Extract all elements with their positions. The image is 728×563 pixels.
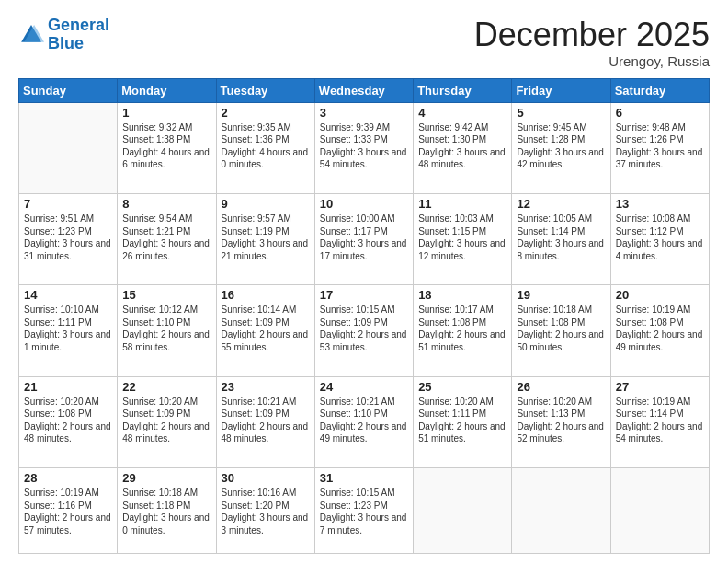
calendar-cell bbox=[512, 468, 610, 554]
day-info: Sunrise: 10:17 AMSunset: 1:08 PMDaylight… bbox=[418, 304, 506, 353]
calendar-cell: 14Sunrise: 10:10 AMSunset: 1:11 PMDaylig… bbox=[19, 285, 118, 376]
day-number: 30 bbox=[222, 471, 310, 485]
calendar-cell: 30Sunrise: 10:16 AMSunset: 1:20 PMDaylig… bbox=[216, 468, 314, 554]
day-number: 19 bbox=[517, 288, 605, 302]
logo: General Blue bbox=[18, 17, 109, 53]
day-number: 25 bbox=[418, 380, 506, 394]
day-info: Sunrise: 9:39 AMSunset: 1:33 PMDaylight:… bbox=[320, 121, 408, 171]
calendar-cell: 25Sunrise: 10:20 AMSunset: 1:11 PMDaylig… bbox=[414, 376, 512, 467]
day-info: Sunrise: 9:48 AMSunset: 1:26 PMDaylight:… bbox=[616, 121, 704, 171]
calendar-cell: 16Sunrise: 10:14 AMSunset: 1:09 PMDaylig… bbox=[216, 285, 314, 376]
calendar-table: SundayMondayTuesdayWednesdayThursdayFrid… bbox=[18, 78, 710, 554]
day-info: Sunrise: 10:19 AMSunset: 1:14 PMDaylight… bbox=[616, 396, 704, 445]
day-number: 2 bbox=[222, 106, 310, 120]
calendar-cell: 4Sunrise: 9:42 AMSunset: 1:30 PMDaylight… bbox=[414, 102, 512, 193]
header: General Blue December 2025 Urengoy, Russ… bbox=[18, 17, 710, 69]
calendar-cell: 22Sunrise: 10:20 AMSunset: 1:09 PMDaylig… bbox=[118, 376, 216, 467]
day-number: 22 bbox=[122, 380, 210, 394]
day-number: 5 bbox=[517, 106, 605, 120]
day-number: 11 bbox=[418, 197, 506, 211]
calendar-cell: 19Sunrise: 10:18 AMSunset: 1:08 PMDaylig… bbox=[512, 285, 610, 376]
day-info: Sunrise: 10:18 AMSunset: 1:18 PMDaylight… bbox=[122, 487, 210, 536]
calendar-cell bbox=[19, 102, 118, 193]
day-number: 9 bbox=[222, 197, 310, 211]
col-header-thursday: Thursday bbox=[414, 78, 512, 102]
week-row-3: 14Sunrise: 10:10 AMSunset: 1:11 PMDaylig… bbox=[19, 285, 710, 376]
day-number: 24 bbox=[320, 380, 408, 394]
day-number: 10 bbox=[320, 197, 408, 211]
day-number: 20 bbox=[616, 288, 704, 302]
page: General Blue December 2025 Urengoy, Russ… bbox=[0, 0, 728, 563]
calendar-cell: 9Sunrise: 9:57 AMSunset: 1:19 PMDaylight… bbox=[216, 194, 314, 285]
calendar-cell: 26Sunrise: 10:20 AMSunset: 1:13 PMDaylig… bbox=[512, 376, 610, 467]
title-block: December 2025 Urengoy, Russia bbox=[474, 17, 710, 69]
week-row-2: 7Sunrise: 9:51 AMSunset: 1:23 PMDaylight… bbox=[19, 194, 710, 285]
calendar-cell: 1Sunrise: 9:32 AMSunset: 1:38 PMDaylight… bbox=[118, 102, 216, 193]
day-info: Sunrise: 10:18 AMSunset: 1:08 PMDaylight… bbox=[517, 304, 605, 353]
day-number: 15 bbox=[122, 288, 210, 302]
logo-blue: Blue bbox=[48, 35, 109, 53]
week-row-1: 1Sunrise: 9:32 AMSunset: 1:38 PMDaylight… bbox=[19, 102, 710, 193]
calendar-cell: 10Sunrise: 10:00 AMSunset: 1:17 PMDaylig… bbox=[314, 194, 413, 285]
calendar-cell: 6Sunrise: 9:48 AMSunset: 1:26 PMDaylight… bbox=[610, 102, 709, 193]
calendar-cell: 20Sunrise: 10:19 AMSunset: 1:08 PMDaylig… bbox=[610, 285, 709, 376]
calendar-cell: 2Sunrise: 9:35 AMSunset: 1:36 PMDaylight… bbox=[216, 102, 314, 193]
day-number: 17 bbox=[320, 288, 408, 302]
day-info: Sunrise: 10:15 AMSunset: 1:23 PMDaylight… bbox=[320, 487, 408, 536]
calendar-cell bbox=[610, 468, 709, 554]
day-info: Sunrise: 9:42 AMSunset: 1:30 PMDaylight:… bbox=[418, 121, 506, 171]
calendar-cell: 31Sunrise: 10:15 AMSunset: 1:23 PMDaylig… bbox=[314, 468, 413, 554]
col-header-monday: Monday bbox=[118, 78, 216, 102]
col-header-sunday: Sunday bbox=[19, 78, 118, 102]
calendar-cell: 13Sunrise: 10:08 AMSunset: 1:12 PMDaylig… bbox=[610, 194, 709, 285]
day-number: 13 bbox=[616, 197, 704, 211]
day-info: Sunrise: 10:14 AMSunset: 1:09 PMDaylight… bbox=[222, 304, 310, 353]
day-number: 23 bbox=[222, 380, 310, 394]
day-number: 1 bbox=[122, 106, 210, 120]
col-header-wednesday: Wednesday bbox=[314, 78, 413, 102]
logo-icon bbox=[18, 22, 44, 48]
calendar-cell: 5Sunrise: 9:45 AMSunset: 1:28 PMDaylight… bbox=[512, 102, 610, 193]
day-number: 12 bbox=[517, 197, 605, 211]
day-info: Sunrise: 10:12 AMSunset: 1:10 PMDaylight… bbox=[122, 304, 210, 353]
week-row-4: 21Sunrise: 10:20 AMSunset: 1:08 PMDaylig… bbox=[19, 376, 710, 467]
day-info: Sunrise: 10:20 AMSunset: 1:11 PMDaylight… bbox=[418, 396, 506, 445]
day-number: 21 bbox=[24, 380, 112, 394]
day-info: Sunrise: 10:21 AMSunset: 1:09 PMDaylight… bbox=[222, 396, 310, 445]
calendar-cell: 28Sunrise: 10:19 AMSunset: 1:16 PMDaylig… bbox=[19, 468, 118, 554]
day-info: Sunrise: 10:20 AMSunset: 1:13 PMDaylight… bbox=[517, 396, 605, 445]
day-info: Sunrise: 10:08 AMSunset: 1:12 PMDaylight… bbox=[616, 213, 704, 262]
day-number: 28 bbox=[24, 471, 112, 485]
col-header-friday: Friday bbox=[512, 78, 610, 102]
day-number: 14 bbox=[24, 288, 112, 302]
day-info: Sunrise: 10:10 AMSunset: 1:11 PMDaylight… bbox=[24, 304, 112, 353]
day-number: 6 bbox=[616, 106, 704, 120]
calendar-cell: 3Sunrise: 9:39 AMSunset: 1:33 PMDaylight… bbox=[314, 102, 413, 193]
calendar-cell: 11Sunrise: 10:03 AMSunset: 1:15 PMDaylig… bbox=[414, 194, 512, 285]
logo-text: General Blue bbox=[48, 17, 109, 53]
day-info: Sunrise: 9:32 AMSunset: 1:38 PMDaylight:… bbox=[122, 121, 210, 171]
day-info: Sunrise: 10:16 AMSunset: 1:20 PMDaylight… bbox=[222, 487, 310, 536]
day-info: Sunrise: 9:45 AMSunset: 1:28 PMDaylight:… bbox=[517, 121, 605, 171]
calendar-cell: 27Sunrise: 10:19 AMSunset: 1:14 PMDaylig… bbox=[610, 376, 709, 467]
calendar-cell: 23Sunrise: 10:21 AMSunset: 1:09 PMDaylig… bbox=[216, 376, 314, 467]
calendar-cell: 29Sunrise: 10:18 AMSunset: 1:18 PMDaylig… bbox=[118, 468, 216, 554]
day-info: Sunrise: 10:00 AMSunset: 1:17 PMDaylight… bbox=[320, 213, 408, 262]
day-number: 16 bbox=[222, 288, 310, 302]
day-info: Sunrise: 9:57 AMSunset: 1:19 PMDaylight:… bbox=[222, 213, 310, 262]
calendar-cell bbox=[414, 468, 512, 554]
day-info: Sunrise: 9:54 AMSunset: 1:21 PMDaylight:… bbox=[122, 213, 210, 262]
calendar-cell: 18Sunrise: 10:17 AMSunset: 1:08 PMDaylig… bbox=[414, 285, 512, 376]
calendar-cell: 21Sunrise: 10:20 AMSunset: 1:08 PMDaylig… bbox=[19, 376, 118, 467]
calendar-cell: 24Sunrise: 10:21 AMSunset: 1:10 PMDaylig… bbox=[314, 376, 413, 467]
calendar-header-row: SundayMondayTuesdayWednesdayThursdayFrid… bbox=[19, 78, 710, 102]
calendar-cell: 8Sunrise: 9:54 AMSunset: 1:21 PMDaylight… bbox=[118, 194, 216, 285]
day-number: 18 bbox=[418, 288, 506, 302]
month-title: December 2025 bbox=[474, 17, 710, 53]
logo-general: General bbox=[48, 16, 109, 34]
day-number: 4 bbox=[418, 106, 506, 120]
day-info: Sunrise: 10:21 AMSunset: 1:10 PMDaylight… bbox=[320, 396, 408, 445]
day-info: Sunrise: 10:03 AMSunset: 1:15 PMDaylight… bbox=[418, 213, 506, 262]
day-number: 8 bbox=[122, 197, 210, 211]
col-header-tuesday: Tuesday bbox=[216, 78, 314, 102]
